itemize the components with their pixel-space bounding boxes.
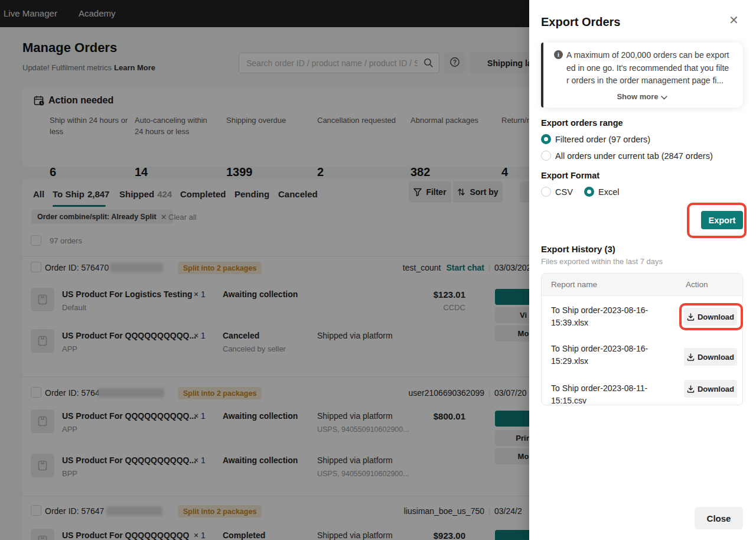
download-button[interactable]: Download: [684, 348, 737, 366]
info-icon: i: [554, 50, 563, 59]
format-section-label: Export Format: [541, 171, 599, 180]
chevron-down-icon: [661, 96, 667, 100]
radio-label: All orders under current tab (2847 order…: [555, 151, 713, 161]
range-section-label: Export orders range: [541, 118, 623, 128]
download-icon: [687, 353, 695, 361]
report-file-name: To Ship order-2023-08-16-15:29.xlsx: [551, 343, 678, 367]
radio-unselected-icon[interactable]: [541, 151, 551, 161]
report-file-name: To Ship order-2023-08-16-15:39.xlsx: [551, 304, 678, 329]
download-icon: [687, 385, 695, 393]
radio-selected-icon[interactable]: [584, 187, 594, 197]
export-button[interactable]: Export: [701, 211, 743, 229]
close-icon[interactable]: ✕: [729, 14, 739, 26]
column-action: Action: [686, 280, 708, 289]
export-orders-drawer: Export Orders ✕ i A maximum of 200,000 o…: [529, 0, 756, 540]
export-notice-card: i A maximum of 200,000 orders can be exp…: [541, 43, 743, 108]
radio-label: Filtered order (97 orders): [555, 135, 650, 144]
export-history-table: Report name Action To Ship order-2023-08…: [541, 273, 743, 405]
radio-label: CSV: [555, 187, 573, 197]
radio-selected-icon[interactable]: [541, 134, 551, 144]
export-history-title: Export History (3): [541, 244, 615, 254]
download-button[interactable]: Download: [684, 380, 737, 398]
show-more-link[interactable]: Show more: [541, 92, 743, 101]
export-history-subtitle: Files exported within the last 7 days: [541, 257, 663, 266]
download-icon: [687, 313, 695, 321]
table-header: Report name Action: [542, 274, 742, 296]
notice-text: A maximum of 200,000 orders can be expor…: [566, 49, 731, 87]
drawer-close-button[interactable]: Close: [695, 507, 743, 529]
radio-unselected-icon[interactable]: [541, 187, 551, 197]
report-file-name: To Ship order-2023-08-11-15:15.csv: [551, 382, 678, 407]
download-button[interactable]: Download: [684, 308, 737, 326]
drawer-title: Export Orders: [541, 15, 620, 29]
column-report-name: Report name: [551, 280, 597, 289]
radio-label: Excel: [598, 187, 619, 197]
